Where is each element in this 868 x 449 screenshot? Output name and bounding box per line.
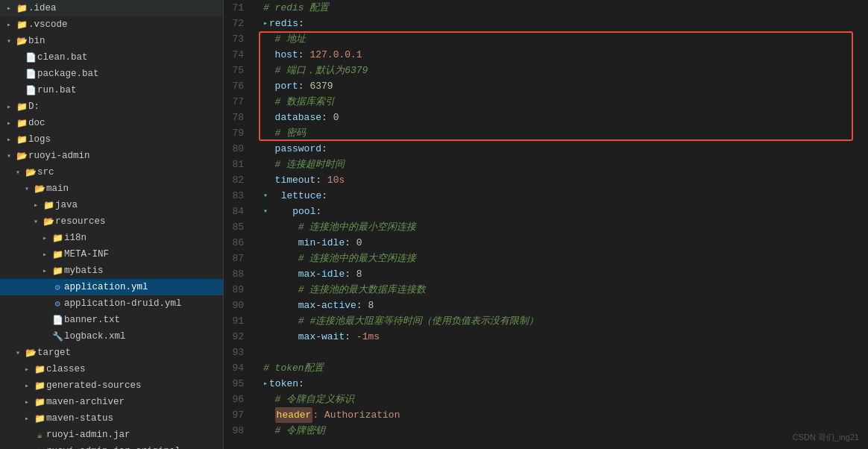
- line-number-79: 79: [224, 125, 250, 141]
- file-icon-application-yml: ⚙: [51, 282, 64, 293]
- sidebar-item-d-drive[interactable]: 📁D:: [0, 98, 223, 115]
- line-number-92: 92: [224, 329, 250, 345]
- sidebar-item-application-druid-yml[interactable]: ⚙application-druid.yml: [0, 295, 223, 312]
- item-label-doc: doc: [28, 118, 223, 128]
- folder-arrow-vscode: [3, 20, 15, 29]
- file-icon-i18n: 📁: [51, 233, 64, 244]
- item-label-logs: logs: [28, 134, 223, 145]
- sidebar-item-maven-archiver[interactable]: 📁maven-archiver: [0, 394, 223, 410]
- sidebar-item-doc[interactable]: 📁doc: [0, 115, 223, 131]
- code-line-86: min-idle: 0: [263, 235, 868, 251]
- code-line-75: # 端口，默认为6379: [263, 63, 868, 78]
- line-number-90: 90: [224, 298, 250, 313]
- sidebar-item-ruoyi-admin-jar[interactable]: ☕ruoyi-admin.jar: [0, 427, 223, 443]
- item-label-ruoyi-admin-jar-original: ruoyi-admin.jar.original: [46, 446, 223, 449]
- file-icon-clean-bat: 📄: [24, 52, 37, 63]
- code-line-98: # 令牌密钥: [263, 423, 868, 439]
- sidebar-item-i18n[interactable]: 📁i18n: [0, 230, 223, 246]
- line-number-96: 96: [224, 392, 250, 407]
- code-line-77: # 数据库索引: [263, 94, 868, 110]
- line-number-98: 98: [224, 423, 250, 439]
- sidebar-item-run-bat[interactable]: 📄run.bat: [0, 82, 223, 98]
- sidebar-item-target[interactable]: 📂target: [0, 345, 223, 361]
- sidebar-item-generated-sources[interactable]: 📁generated-sources: [0, 377, 223, 394]
- file-icon-src: 📂: [24, 167, 37, 178]
- collapse-arrow-83[interactable]: ▾: [263, 188, 268, 204]
- highlight-token: header: [275, 407, 313, 423]
- line-numbers: 7172737475767778798081828384858687888990…: [224, 0, 257, 449]
- sidebar-item-clean-bat[interactable]: 📄clean.bat: [0, 49, 223, 66]
- item-label-target: target: [37, 348, 223, 358]
- sidebar-item-meta-inf[interactable]: 📁META-INF: [0, 246, 223, 263]
- sidebar-item-classes[interactable]: 📁classes: [0, 361, 223, 377]
- line-number-87: 87: [224, 251, 250, 266]
- file-icon-ruoyi-admin-jar-original: ☕: [33, 446, 46, 450]
- sidebar-item-maven-status[interactable]: 📁maven-status: [0, 410, 223, 427]
- line-number-94: 94: [224, 360, 250, 376]
- item-label-ruoyi-admin: ruoyi-admin: [28, 151, 223, 161]
- code-line-92: max-wait: -1ms: [263, 329, 868, 345]
- file-icon-target: 📂: [24, 348, 37, 359]
- file-icon-resources: 📂: [42, 216, 55, 227]
- line-number-89: 89: [224, 282, 250, 298]
- collapse-arrow-84[interactable]: ▾: [263, 204, 268, 219]
- line-number-95: 95: [224, 376, 250, 392]
- line-number-84: 84: [224, 204, 250, 219]
- item-label-maven-archiver: maven-archiver: [46, 397, 223, 407]
- code-line-90: max-active: 8: [263, 298, 868, 313]
- sidebar-item-logback-xml[interactable]: 🔧logback.xml: [0, 328, 223, 345]
- file-icon-mybatis: 📁: [51, 266, 64, 277]
- sidebar-item-src[interactable]: 📂src: [0, 164, 223, 180]
- sidebar-item-resources[interactable]: 📂resources: [0, 213, 223, 230]
- item-label-banner-txt: banner.txt: [64, 315, 223, 325]
- sidebar-item-ruoyi-admin-jar-original[interactable]: ☕ruoyi-admin.jar.original: [0, 443, 223, 449]
- sidebar-item-banner-txt[interactable]: 📄banner.txt: [0, 312, 223, 328]
- item-label-generated-sources: generated-sources: [46, 380, 223, 391]
- item-label-bin: bin: [28, 36, 223, 46]
- sidebar-item-vscode[interactable]: 📁.vscode: [0, 16, 223, 33]
- collapse-arrow-95[interactable]: ▸: [263, 376, 268, 392]
- folder-arrow-resources: [30, 217, 42, 226]
- item-label-i18n: i18n: [64, 233, 223, 243]
- item-label-java: java: [55, 200, 223, 210]
- file-icon-doc: 📁: [15, 118, 28, 129]
- line-number-83: 83: [224, 188, 250, 204]
- code-line-78: database: 0: [263, 110, 868, 125]
- file-icon-package-bat: 📄: [24, 69, 37, 80]
- sidebar-item-java[interactable]: 📁java: [0, 197, 223, 213]
- file-icon-maven-status: 📁: [33, 413, 46, 424]
- code-line-80: password:: [263, 141, 868, 157]
- item-label-meta-inf: META-INF: [64, 249, 223, 260]
- line-number-88: 88: [224, 266, 250, 282]
- line-number-75: 75: [224, 63, 250, 78]
- sidebar-item-application-yml[interactable]: ⚙application.yml: [0, 279, 223, 295]
- file-icon-ruoyi-admin: 📂: [15, 151, 28, 162]
- line-number-97: 97: [224, 407, 250, 423]
- file-icon-classes: 📁: [33, 364, 46, 375]
- line-number-91: 91: [224, 313, 250, 329]
- line-number-78: 78: [224, 110, 250, 125]
- folder-arrow-src: [12, 168, 24, 177]
- sidebar-item-ruoyi-admin[interactable]: 📂ruoyi-admin: [0, 148, 223, 164]
- sidebar-item-package-bat[interactable]: 📄package.bat: [0, 66, 223, 82]
- folder-arrow-meta-inf: [39, 250, 51, 259]
- folder-arrow-main: [21, 184, 33, 193]
- code-line-93: [263, 345, 868, 360]
- sidebar-item-idea[interactable]: 📁.idea: [0, 0, 223, 16]
- item-label-classes: classes: [46, 364, 223, 374]
- file-explorer[interactable]: 📁.idea📁.vscode📂bin📄clean.bat📄package.bat…: [0, 0, 224, 449]
- file-icon-meta-inf: 📁: [51, 249, 64, 260]
- sidebar-item-main[interactable]: 📂main: [0, 180, 223, 197]
- file-icon-run-bat: 📄: [24, 85, 37, 96]
- folder-arrow-bin: [3, 37, 15, 45]
- sidebar-item-logs[interactable]: 📁logs: [0, 131, 223, 148]
- sidebar-item-mybatis[interactable]: 📁mybatis: [0, 263, 223, 279]
- sidebar-item-bin[interactable]: 📂bin: [0, 33, 223, 49]
- collapse-arrow-72[interactable]: ▸: [263, 16, 268, 31]
- item-label-application-yml: application.yml: [64, 282, 223, 292]
- file-icon-d-drive: 📁: [15, 101, 28, 113]
- code-line-72: ▸redis:: [263, 16, 868, 31]
- item-label-maven-status: maven-status: [46, 413, 223, 424]
- line-number-74: 74: [224, 47, 250, 63]
- folder-arrow-java: [30, 201, 42, 210]
